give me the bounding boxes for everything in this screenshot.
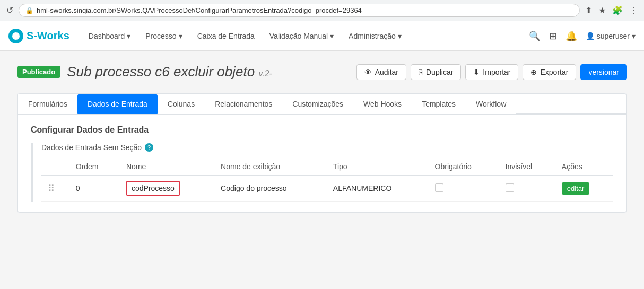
duplicar-button[interactable]: ⎘ Duplicar: [411, 64, 461, 80]
tab-relacionamentos[interactable]: Relacionamentos: [205, 94, 282, 114]
url-text: hml-sworks.sinqia.com.br/SWorks.QA/Proce…: [37, 6, 362, 14]
data-table: Ordem Nome Nome de exibição Tipo Obrigat…: [41, 158, 613, 202]
nav-processo-label: Processo: [145, 32, 176, 40]
tab-workflow-label: Workflow: [476, 100, 506, 108]
col-tipo: Tipo: [327, 158, 429, 176]
page-title: Sub processo c6 excluir objeto v.2-: [67, 64, 272, 80]
auditar-button[interactable]: 👁 Auditar: [356, 64, 406, 80]
col-nome: Nome: [120, 158, 214, 176]
col-acoes: Ações: [555, 158, 613, 176]
col-ordem: Ordem: [69, 158, 120, 176]
exportar-button[interactable]: ⊕ Exportar: [523, 64, 576, 80]
user-menu[interactable]: 👤 superuser ▾: [586, 32, 636, 40]
search-icon[interactable]: 🔍: [529, 30, 541, 42]
page-version: v.2-: [258, 69, 272, 78]
nav-dashboard-chevron: ▾: [127, 32, 130, 40]
tab-dados-entrada-label: Dados de Entrada: [88, 100, 147, 108]
lock-icon: 🔒: [25, 7, 33, 14]
nav-caixa-entrada[interactable]: Caixa de Entrada: [191, 29, 261, 43]
browser-chrome: ↺ 🔒 hml-sworks.sinqia.com.br/SWorks.QA/P…: [0, 0, 644, 21]
section-box: Configurar Dados de Entrada Dados de Ent…: [18, 114, 626, 213]
nav-validacao-label: Validação Manual: [269, 32, 328, 40]
bell-icon[interactable]: 🔔: [565, 30, 577, 42]
versionar-button[interactable]: versionar: [580, 64, 627, 80]
tab-templates[interactable]: Templates: [412, 94, 466, 114]
tab-customizacoes-label: Customizações: [292, 100, 343, 108]
page-actions: 👁 Auditar ⎘ Duplicar ⬇ Importar ⊕ Export…: [356, 64, 627, 80]
section-title: Configurar Dados de Entrada: [31, 125, 613, 135]
status-badge: Publicado: [17, 66, 60, 78]
acoes-cell: editar: [555, 176, 613, 202]
col-nome-exibicao: Nome de exibição: [214, 158, 327, 176]
nav-items: Dashboard ▾ Processo ▾ Caixa de Entrada …: [82, 29, 529, 43]
obrigatorio-checkbox[interactable]: [435, 183, 443, 192]
col-obrigatorio: Obrigatório: [429, 158, 499, 176]
nome-cell: codProcesso: [120, 176, 214, 202]
tab-templates-label: Templates: [422, 100, 456, 108]
address-bar[interactable]: 🔒 hml-sworks.sinqia.com.br/SWorks.QA/Pro…: [19, 4, 580, 17]
brand-logo[interactable]: S-Works: [8, 29, 69, 43]
nav-admin-chevron: ▾: [398, 32, 402, 40]
brand-name: S-Works: [27, 30, 69, 42]
help-icon[interactable]: ?: [145, 143, 153, 152]
nav-admin-label: Administração: [349, 32, 396, 40]
obrigatorio-cell: [429, 176, 499, 202]
extension-icon[interactable]: 🧩: [612, 5, 623, 15]
tab-webhooks-label: Web Hooks: [363, 100, 402, 108]
brand-inner-circle: [12, 32, 20, 40]
nome-value: codProcesso: [126, 181, 180, 196]
username: superuser: [597, 32, 630, 40]
tipo-cell: ALFANUMERICO: [327, 176, 429, 202]
versionar-label: versionar: [588, 68, 619, 76]
page-header: Publicado Sub processo c6 excluir objeto…: [17, 64, 627, 80]
brand-circle-icon: [8, 29, 23, 43]
nav-dashboard-label: Dashboard: [89, 32, 125, 40]
ordem-cell: 0: [69, 176, 120, 202]
grid-icon[interactable]: ⊞: [549, 30, 557, 42]
share-icon[interactable]: ⬆: [585, 5, 592, 15]
tipo-value: ALFANUMERICO: [333, 184, 391, 192]
importar-button[interactable]: ⬇ Importar: [465, 64, 518, 80]
bookmark-icon[interactable]: ★: [598, 5, 606, 15]
nav-administracao[interactable]: Administração ▾: [342, 29, 408, 43]
nav-dashboard[interactable]: Dashboard ▾: [82, 29, 137, 43]
tab-formularios[interactable]: Formulários: [18, 94, 77, 114]
importar-icon: ⬇: [473, 68, 480, 76]
sub-section-title: Dados de Entrada Sem Seção ?: [41, 143, 613, 152]
menu-icon[interactable]: ⋮: [629, 5, 638, 15]
navbar: S-Works Dashboard ▾ Processo ▾ Caixa de …: [0, 21, 644, 51]
nav-validacao[interactable]: Validação Manual ▾: [263, 29, 340, 43]
table-row: ⠿ 0 codProcesso Codigo do processo: [41, 176, 613, 202]
tabs-bar: Formulários Dados de Entrada Colunas Rel…: [18, 93, 626, 114]
invisivel-checkbox[interactable]: [506, 183, 514, 192]
tab-formularios-label: Formulários: [28, 100, 67, 108]
invisivel-cell: [499, 176, 555, 202]
duplicar-label: Duplicar: [426, 68, 453, 76]
col-invisivel: Invisível: [499, 158, 555, 176]
nav-processo-chevron: ▾: [179, 32, 182, 40]
auditar-label: Auditar: [375, 68, 398, 76]
tab-webhooks[interactable]: Web Hooks: [353, 94, 412, 114]
page-title-text: Sub processo c6 excluir objeto: [67, 64, 255, 80]
reload-button[interactable]: ↺: [6, 5, 13, 15]
nome-exibicao-value: Codigo do processo: [221, 184, 287, 192]
importar-label: Importar: [483, 68, 510, 76]
nav-processo[interactable]: Processo ▾: [139, 29, 188, 43]
main-content: Publicado Sub processo c6 excluir objeto…: [0, 51, 644, 289]
drag-handle-icon[interactable]: ⠿: [48, 183, 55, 194]
tab-workflow[interactable]: Workflow: [466, 94, 516, 114]
tab-customizacoes[interactable]: Customizações: [282, 94, 353, 114]
ordem-value: 0: [76, 184, 80, 192]
editar-button[interactable]: editar: [562, 182, 590, 195]
tab-container: Formulários Dados de Entrada Colunas Rel…: [17, 93, 627, 213]
user-chevron: ▾: [632, 32, 636, 40]
user-icon: 👤: [586, 32, 595, 40]
sub-section-title-text: Dados de Entrada Sem Seção: [41, 143, 142, 152]
tab-colunas[interactable]: Colunas: [158, 94, 205, 114]
sub-section: Dados de Entrada Sem Seção ? Ordem Nome …: [31, 143, 613, 202]
drag-cell[interactable]: ⠿: [41, 176, 69, 202]
nav-right: 🔍 ⊞ 🔔 👤 superuser ▾: [529, 30, 636, 42]
tab-colunas-label: Colunas: [168, 100, 195, 108]
tab-relacionamentos-label: Relacionamentos: [215, 100, 272, 108]
tab-dados-entrada[interactable]: Dados de Entrada: [77, 94, 158, 114]
